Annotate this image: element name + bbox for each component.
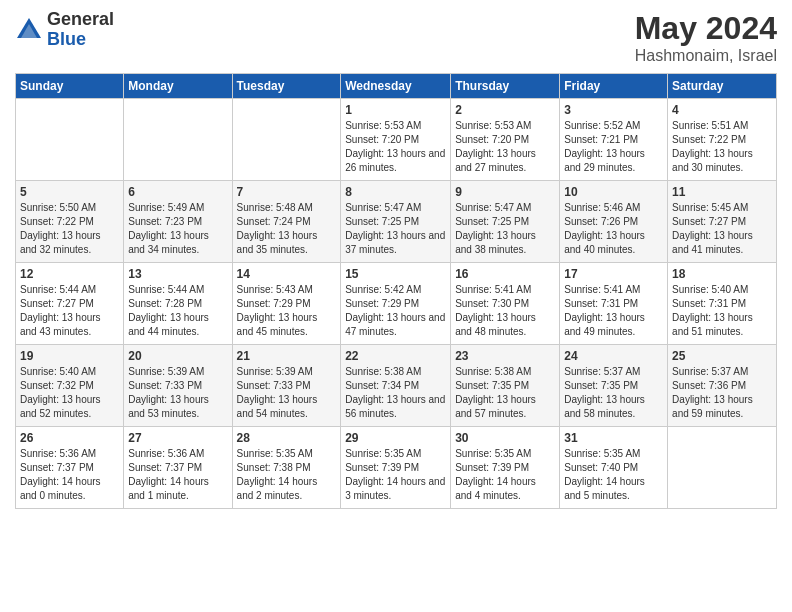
sunset-text: Sunset: 7:39 PM: [345, 462, 419, 473]
day-number: 27: [128, 431, 227, 445]
day-cell: 23 Sunrise: 5:38 AM Sunset: 7:35 PM Dayl…: [451, 345, 560, 427]
sunrise-text: Sunrise: 5:37 AM: [564, 366, 640, 377]
col-sunday: Sunday: [16, 74, 124, 99]
day-cell: 8 Sunrise: 5:47 AM Sunset: 7:25 PM Dayli…: [341, 181, 451, 263]
daylight-text: Daylight: 13 hours and 53 minutes.: [128, 394, 209, 419]
sunset-text: Sunset: 7:24 PM: [237, 216, 311, 227]
day-cell: 6 Sunrise: 5:49 AM Sunset: 7:23 PM Dayli…: [124, 181, 232, 263]
daylight-text: Daylight: 13 hours and 52 minutes.: [20, 394, 101, 419]
daylight-text: Daylight: 13 hours and 45 minutes.: [237, 312, 318, 337]
sunrise-text: Sunrise: 5:36 AM: [128, 448, 204, 459]
sunset-text: Sunset: 7:35 PM: [455, 380, 529, 391]
day-info: Sunrise: 5:44 AM Sunset: 7:27 PM Dayligh…: [20, 283, 119, 339]
sunrise-text: Sunrise: 5:37 AM: [672, 366, 748, 377]
sunrise-text: Sunrise: 5:35 AM: [345, 448, 421, 459]
day-info: Sunrise: 5:37 AM Sunset: 7:35 PM Dayligh…: [564, 365, 663, 421]
day-number: 19: [20, 349, 119, 363]
daylight-text: Daylight: 14 hours and 1 minute.: [128, 476, 209, 501]
sunset-text: Sunset: 7:40 PM: [564, 462, 638, 473]
day-cell: 11 Sunrise: 5:45 AM Sunset: 7:27 PM Dayl…: [668, 181, 777, 263]
day-info: Sunrise: 5:43 AM Sunset: 7:29 PM Dayligh…: [237, 283, 337, 339]
sunrise-text: Sunrise: 5:46 AM: [564, 202, 640, 213]
daylight-text: Daylight: 13 hours and 32 minutes.: [20, 230, 101, 255]
day-number: 10: [564, 185, 663, 199]
day-cell: 12 Sunrise: 5:44 AM Sunset: 7:27 PM Dayl…: [16, 263, 124, 345]
day-cell: [232, 99, 341, 181]
day-cell: 18 Sunrise: 5:40 AM Sunset: 7:31 PM Dayl…: [668, 263, 777, 345]
day-cell: 22 Sunrise: 5:38 AM Sunset: 7:34 PM Dayl…: [341, 345, 451, 427]
day-cell: [16, 99, 124, 181]
sunset-text: Sunset: 7:31 PM: [672, 298, 746, 309]
day-cell: 16 Sunrise: 5:41 AM Sunset: 7:30 PM Dayl…: [451, 263, 560, 345]
day-info: Sunrise: 5:49 AM Sunset: 7:23 PM Dayligh…: [128, 201, 227, 257]
day-info: Sunrise: 5:48 AM Sunset: 7:24 PM Dayligh…: [237, 201, 337, 257]
month-title: May 2024: [635, 10, 777, 47]
calendar-page: General Blue May 2024 Hashmonaim, Israel…: [0, 0, 792, 519]
daylight-text: Daylight: 13 hours and 37 minutes.: [345, 230, 445, 255]
sunrise-text: Sunrise: 5:47 AM: [345, 202, 421, 213]
daylight-text: Daylight: 13 hours and 38 minutes.: [455, 230, 536, 255]
day-info: Sunrise: 5:38 AM Sunset: 7:35 PM Dayligh…: [455, 365, 555, 421]
daylight-text: Daylight: 13 hours and 59 minutes.: [672, 394, 753, 419]
daylight-text: Daylight: 13 hours and 54 minutes.: [237, 394, 318, 419]
sunset-text: Sunset: 7:33 PM: [237, 380, 311, 391]
day-cell: 17 Sunrise: 5:41 AM Sunset: 7:31 PM Dayl…: [560, 263, 668, 345]
day-info: Sunrise: 5:47 AM Sunset: 7:25 PM Dayligh…: [345, 201, 446, 257]
day-info: Sunrise: 5:44 AM Sunset: 7:28 PM Dayligh…: [128, 283, 227, 339]
sunset-text: Sunset: 7:23 PM: [128, 216, 202, 227]
day-number: 25: [672, 349, 772, 363]
sunrise-text: Sunrise: 5:48 AM: [237, 202, 313, 213]
daylight-text: Daylight: 13 hours and 29 minutes.: [564, 148, 645, 173]
day-number: 12: [20, 267, 119, 281]
day-cell: 3 Sunrise: 5:52 AM Sunset: 7:21 PM Dayli…: [560, 99, 668, 181]
day-number: 17: [564, 267, 663, 281]
sunrise-text: Sunrise: 5:39 AM: [128, 366, 204, 377]
sunrise-text: Sunrise: 5:39 AM: [237, 366, 313, 377]
daylight-text: Daylight: 14 hours and 5 minutes.: [564, 476, 645, 501]
sunrise-text: Sunrise: 5:44 AM: [128, 284, 204, 295]
day-number: 4: [672, 103, 772, 117]
logo-icon: [15, 16, 43, 44]
day-number: 11: [672, 185, 772, 199]
sunset-text: Sunset: 7:26 PM: [564, 216, 638, 227]
sunrise-text: Sunrise: 5:43 AM: [237, 284, 313, 295]
day-cell: 9 Sunrise: 5:47 AM Sunset: 7:25 PM Dayli…: [451, 181, 560, 263]
sunset-text: Sunset: 7:31 PM: [564, 298, 638, 309]
day-info: Sunrise: 5:37 AM Sunset: 7:36 PM Dayligh…: [672, 365, 772, 421]
day-cell: 13 Sunrise: 5:44 AM Sunset: 7:28 PM Dayl…: [124, 263, 232, 345]
col-wednesday: Wednesday: [341, 74, 451, 99]
day-info: Sunrise: 5:35 AM Sunset: 7:38 PM Dayligh…: [237, 447, 337, 503]
day-cell: 30 Sunrise: 5:35 AM Sunset: 7:39 PM Dayl…: [451, 427, 560, 509]
col-thursday: Thursday: [451, 74, 560, 99]
sunrise-text: Sunrise: 5:45 AM: [672, 202, 748, 213]
day-cell: [124, 99, 232, 181]
daylight-text: Daylight: 14 hours and 3 minutes.: [345, 476, 445, 501]
day-cell: 29 Sunrise: 5:35 AM Sunset: 7:39 PM Dayl…: [341, 427, 451, 509]
daylight-text: Daylight: 13 hours and 51 minutes.: [672, 312, 753, 337]
daylight-text: Daylight: 14 hours and 4 minutes.: [455, 476, 536, 501]
day-info: Sunrise: 5:40 AM Sunset: 7:32 PM Dayligh…: [20, 365, 119, 421]
sunset-text: Sunset: 7:20 PM: [345, 134, 419, 145]
sunrise-text: Sunrise: 5:40 AM: [672, 284, 748, 295]
day-cell: 7 Sunrise: 5:48 AM Sunset: 7:24 PM Dayli…: [232, 181, 341, 263]
sunrise-text: Sunrise: 5:53 AM: [345, 120, 421, 131]
sunset-text: Sunset: 7:29 PM: [345, 298, 419, 309]
day-info: Sunrise: 5:36 AM Sunset: 7:37 PM Dayligh…: [128, 447, 227, 503]
week-row-4: 19 Sunrise: 5:40 AM Sunset: 7:32 PM Dayl…: [16, 345, 777, 427]
sunrise-text: Sunrise: 5:41 AM: [564, 284, 640, 295]
logo-text: General Blue: [47, 10, 114, 50]
week-row-5: 26 Sunrise: 5:36 AM Sunset: 7:37 PM Dayl…: [16, 427, 777, 509]
day-info: Sunrise: 5:52 AM Sunset: 7:21 PM Dayligh…: [564, 119, 663, 175]
sunset-text: Sunset: 7:35 PM: [564, 380, 638, 391]
day-info: Sunrise: 5:35 AM Sunset: 7:40 PM Dayligh…: [564, 447, 663, 503]
day-info: Sunrise: 5:36 AM Sunset: 7:37 PM Dayligh…: [20, 447, 119, 503]
sunrise-text: Sunrise: 5:52 AM: [564, 120, 640, 131]
sunset-text: Sunset: 7:27 PM: [672, 216, 746, 227]
day-number: 20: [128, 349, 227, 363]
day-info: Sunrise: 5:38 AM Sunset: 7:34 PM Dayligh…: [345, 365, 446, 421]
sunset-text: Sunset: 7:39 PM: [455, 462, 529, 473]
sunset-text: Sunset: 7:38 PM: [237, 462, 311, 473]
day-info: Sunrise: 5:39 AM Sunset: 7:33 PM Dayligh…: [128, 365, 227, 421]
daylight-text: Daylight: 13 hours and 30 minutes.: [672, 148, 753, 173]
day-info: Sunrise: 5:45 AM Sunset: 7:27 PM Dayligh…: [672, 201, 772, 257]
